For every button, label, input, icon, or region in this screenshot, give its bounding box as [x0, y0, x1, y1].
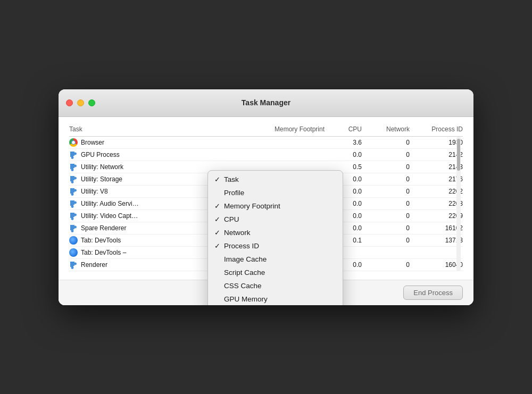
traffic-lights — [66, 99, 95, 106]
task-cell: Tab: DevTools — [69, 236, 181, 245]
menu-item-label: Image Cache — [224, 255, 334, 263]
puzzle-icon — [69, 261, 78, 269]
menu-item-memory-footprint[interactable]: ✓ Memory Footprint — [208, 199, 343, 213]
task-manager-window: Task Manager Task Memory Footprint CPU N… — [59, 89, 473, 305]
col-network[interactable]: Network — [362, 125, 410, 133]
globe-icon — [69, 236, 78, 245]
puzzle-icon — [69, 187, 78, 196]
checkmark-icon: ✓ — [214, 202, 224, 210]
menu-item-process-id[interactable]: ✓ Process ID — [208, 239, 343, 253]
menu-item-label: Profile — [224, 189, 334, 197]
network-cell: 0 — [362, 151, 410, 158]
window-title: Task Manager — [242, 98, 290, 107]
task-cell: Browser — [69, 138, 181, 147]
task-cell: Tab: DevTools – — [69, 248, 181, 257]
col-cpu[interactable]: CPU — [325, 125, 362, 133]
menu-item-cpu[interactable]: ✓ CPU — [208, 213, 343, 226]
chrome-icon — [69, 138, 78, 147]
col-task[interactable]: Task — [69, 125, 181, 133]
menu-item-label: Process ID — [224, 242, 334, 250]
task-cell: Utility: V8 — [69, 187, 181, 196]
table-row[interactable]: Browser 3.6 0 1930 — [69, 137, 463, 149]
globe-icon — [69, 248, 78, 257]
menu-item-label: GPU Memory — [224, 295, 334, 303]
menu-item-network[interactable]: ✓ Network — [208, 226, 343, 239]
col-memory[interactable]: Memory Footprint — [181, 125, 325, 133]
menu-item-gpu-memory[interactable]: GPU Memory — [208, 292, 343, 305]
menu-item-script-cache[interactable]: Script Cache — [208, 266, 343, 279]
puzzle-icon — [69, 212, 78, 220]
menu-item-profile[interactable]: Profile — [208, 186, 343, 199]
scrollbar-thumb[interactable] — [457, 139, 460, 171]
task-cell: Spare Renderer — [69, 224, 181, 232]
close-button[interactable] — [66, 99, 73, 106]
scrollbar[interactable] — [456, 137, 461, 271]
checkmark-icon: ✓ — [214, 229, 224, 237]
checkmark-icon: ✓ — [214, 175, 224, 183]
cpu-cell: 3.6 — [325, 139, 362, 146]
network-cell: 0 — [362, 139, 410, 146]
maximize-button[interactable] — [88, 99, 95, 106]
end-process-button[interactable]: End Process — [403, 286, 463, 300]
menu-item-label: Memory Footprint — [224, 202, 334, 210]
puzzle-icon — [69, 199, 78, 208]
menu-item-label: Network — [224, 229, 334, 237]
menu-item-label: CPU — [224, 215, 334, 223]
menu-item-task[interactable]: ✓ Task — [208, 173, 343, 186]
puzzle-icon — [69, 163, 78, 171]
cpu-cell: 0.0 — [325, 151, 362, 158]
checkmark-icon: ✓ — [214, 215, 224, 223]
title-bar: Task Manager — [59, 89, 473, 117]
table-row[interactable]: GPU Process 0.0 0 2142 — [69, 149, 463, 161]
task-cell: Utility: Network — [69, 163, 181, 171]
puzzle-icon — [69, 175, 78, 183]
pid-cell: 2142 — [410, 151, 463, 158]
table-header: Task Memory Footprint CPU Network Proces… — [69, 125, 463, 137]
main-content: Task Memory Footprint CPU Network Proces… — [59, 117, 473, 305]
pid-cell: 1930 — [410, 139, 463, 146]
context-menu: ✓ Task Profile ✓ Memory Footprint ✓ CPU … — [207, 170, 343, 305]
menu-item-label: CSS Cache — [224, 282, 334, 290]
minimize-button[interactable] — [77, 99, 84, 106]
puzzle-icon — [69, 150, 78, 159]
task-cell: Utility: Storage — [69, 175, 181, 183]
menu-item-css-cache[interactable]: CSS Cache — [208, 279, 343, 292]
checkmark-icon: ✓ — [214, 242, 224, 250]
task-cell: GPU Process — [69, 150, 181, 159]
menu-item-label: Task — [224, 175, 334, 183]
task-cell: Renderer — [69, 261, 181, 269]
col-pid[interactable]: Process ID — [410, 125, 463, 133]
menu-item-image-cache[interactable]: Image Cache — [208, 253, 343, 266]
task-cell: Utility: Video Capt… — [69, 212, 181, 220]
puzzle-icon — [69, 224, 78, 232]
task-cell: Utility: Audio Servi… — [69, 199, 181, 208]
menu-item-label: Script Cache — [224, 269, 334, 276]
